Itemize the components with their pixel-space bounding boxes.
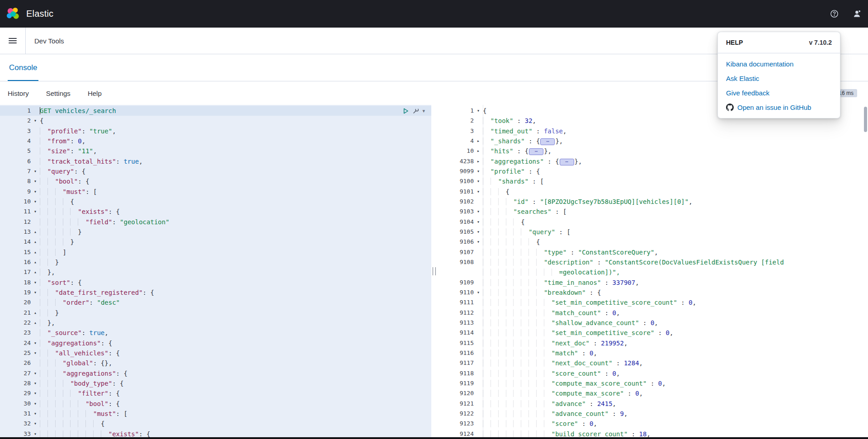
fold-widget[interactable]: ▾ <box>31 409 40 419</box>
code-line[interactable]: 18▾ "sort": { <box>0 278 431 288</box>
code-line[interactable]: 9111 "set_min_competitive_score_count" :… <box>437 297 868 307</box>
code-line[interactable]: 22▴ }, <box>0 318 431 328</box>
code-line[interactable]: 9122 "advance_count" : 9, <box>437 409 868 419</box>
code-line[interactable]: 23 "_source": true, <box>0 328 431 338</box>
fold-widget[interactable]: ▾ <box>31 348 40 358</box>
user-menu-button[interactable] <box>845 0 868 28</box>
code-line[interactable]: 9100▾ "shards" : [ <box>437 176 868 186</box>
code-line[interactable]: 6 "track_total_hits": true, <box>0 156 431 166</box>
request-editor[interactable]: ▾ 1GET vehicles/_search2▾{3 "profile": "… <box>0 105 431 437</box>
code-line[interactable]: 28▾ "body_type": { <box>0 378 431 388</box>
code-line[interactable]: 11▾ "exists": { <box>0 207 431 217</box>
fold-widget[interactable]: ▴ <box>31 308 40 318</box>
tab-console[interactable]: Console <box>8 54 38 81</box>
elastic-logo-button[interactable] <box>0 0 26 28</box>
code-line[interactable]: 9114 "set_min_competitive_score" : 0, <box>437 328 868 338</box>
code-line[interactable]: 9113 "shallow_advance_count" : 0, <box>437 318 868 328</box>
code-line[interactable]: 9120 "compute_max_score" : 0, <box>437 388 868 398</box>
code-line[interactable]: 9106▾ { <box>437 237 868 247</box>
code-line[interactable]: 17▴ }, <box>0 267 431 277</box>
fold-widget[interactable]: ▸ <box>474 156 483 166</box>
fold-widget[interactable]: ▾ <box>474 217 483 227</box>
code-line[interactable]: 31▾ "must": [ <box>0 409 431 419</box>
code-line[interactable]: 9115 "next_doc" : 219952, <box>437 338 868 348</box>
fold-widget[interactable]: ▴ <box>31 257 40 267</box>
code-line[interactable]: 15▴ ] <box>0 247 431 257</box>
code-line[interactable]: 9108 "description" : "ConstantScore(DocV… <box>437 257 868 267</box>
fold-widget[interactable]: ▾ <box>31 429 40 438</box>
code-line[interactable]: 24▾ "aggregations": { <box>0 338 431 348</box>
code-line[interactable]: 9117 "next_doc_count" : 1284, <box>437 358 868 368</box>
code-line[interactable]: 9104▾ { <box>437 217 868 227</box>
code-line[interactable]: 2▾{ <box>0 116 431 126</box>
code-line[interactable]: 9121 "advance" : 2415, <box>437 399 868 409</box>
fold-widget[interactable]: ▸ <box>474 146 483 156</box>
menu-item-settings[interactable]: Settings <box>46 90 71 97</box>
code-line[interactable]: 30▾ "bool": { <box>0 399 431 409</box>
send-request-button[interactable] <box>402 108 409 114</box>
code-line[interactable]: 21▴ } <box>0 308 431 318</box>
code-line[interactable]: 7▾ "query": { <box>0 166 431 176</box>
code-line[interactable]: 9▾ "must": [ <box>0 187 431 197</box>
fold-widget[interactable]: ▾ <box>31 419 40 429</box>
fold-widget[interactable]: ▾ <box>31 187 40 197</box>
fold-widget[interactable]: ▴ <box>31 318 40 328</box>
code-line[interactable]: 9112 "match_count" : 0, <box>437 308 868 318</box>
fold-widget[interactable]: ▾ <box>31 278 40 288</box>
fold-widget[interactable]: ▾ <box>31 399 40 409</box>
menu-item-help[interactable]: Help <box>88 90 102 97</box>
fold-widget[interactable]: ▸ <box>474 136 483 146</box>
code-line[interactable]: 14▴ } <box>0 237 431 247</box>
fold-widget[interactable]: ▴ <box>31 237 40 247</box>
code-line[interactable]: 9109 "time_in_nanos" : 337907, <box>437 278 868 288</box>
nav-menu-button[interactable] <box>0 28 26 54</box>
wrench-button[interactable] <box>412 108 419 114</box>
help-link-give-feedback[interactable]: Give feedback <box>726 89 832 97</box>
code-line[interactable]: 9105▾ "query" : [ <box>437 227 868 237</box>
code-line[interactable]: 9103▾ "searches" : [ <box>437 207 868 217</box>
code-line[interactable]: 10▸ "hits" : {⋯}, <box>437 146 868 156</box>
fold-widget[interactable]: ▾ <box>31 166 40 176</box>
code-line[interactable]: 8▾ "bool": { <box>0 176 431 186</box>
collapsed-block-badge[interactable]: ⋯ <box>529 148 543 155</box>
fold-widget[interactable]: ▾ <box>474 106 483 116</box>
fold-widget[interactable]: ▾ <box>474 166 483 176</box>
code-line[interactable]: 9116 "match" : 0, <box>437 348 868 358</box>
fold-widget[interactable]: ▴ <box>31 227 40 237</box>
code-line[interactable]: 27▾ "aggregations": { <box>0 368 431 378</box>
code-line[interactable]: 33▾ "exists": { <box>0 429 431 438</box>
fold-widget[interactable]: ▾ <box>31 288 40 297</box>
code-line[interactable]: 1GET vehicles/_search <box>0 106 431 116</box>
code-line[interactable]: 4▸ "_shards" : {⋯}, <box>437 136 868 146</box>
fold-widget[interactable]: ▾ <box>474 187 483 197</box>
code-line[interactable]: 4 "from": 0, <box>0 136 431 146</box>
fold-widget[interactable]: ▾ <box>474 237 483 247</box>
code-line[interactable]: 4238▸ "aggregations" : {⋯}, <box>437 156 868 166</box>
help-link-kibana-documentation[interactable]: Kibana documentation <box>726 60 832 68</box>
code-line[interactable]: 9123 "score" : 0, <box>437 419 868 429</box>
help-menu-button[interactable] <box>823 0 845 28</box>
code-line[interactable]: 32▾ { <box>0 419 431 429</box>
code-line[interactable]: 12 "field": "geolocation" <box>0 217 431 227</box>
fold-widget[interactable]: ▾ <box>31 207 40 217</box>
panel-resizer[interactable] <box>431 105 437 437</box>
code-line[interactable]: 9101▾ { <box>437 187 868 197</box>
code-line[interactable]: 9107 "type" : "ConstantScoreQuery", <box>437 247 868 257</box>
collapsed-block-badge[interactable]: ⋯ <box>540 138 555 145</box>
code-line[interactable]: 3 "timed_out" : false, <box>437 126 868 136</box>
help-link-github-issue[interactable]: Open an issue in GitHub <box>726 104 832 111</box>
fold-widget[interactable]: ▾ <box>474 207 483 217</box>
code-line[interactable]: 5 "size": "11", <box>0 146 431 156</box>
code-line[interactable]: 9102 "id" : "[8PZO2UgcTsey7b58u3EpUQ][ve… <box>437 197 868 207</box>
fold-widget[interactable]: ▾ <box>474 288 483 297</box>
code-line[interactable]: 9119 "compute_max_score_count" : 0, <box>437 378 868 388</box>
menu-item-history[interactable]: History <box>8 90 29 97</box>
code-line[interactable]: 9124 "build_scorer_count" : 18, <box>437 429 868 438</box>
help-link-ask-elastic[interactable]: Ask Elastic <box>726 75 832 82</box>
code-line[interactable]: 9110▾ "breakdown" : { <box>437 288 868 297</box>
caret-down-icon[interactable]: ▾ <box>422 108 425 114</box>
fold-widget[interactable]: ▾ <box>31 197 40 207</box>
code-line[interactable]: 9118 "score_count" : 0, <box>437 368 868 378</box>
code-line[interactable]: 3 "profile": "true", <box>0 126 431 136</box>
fold-widget[interactable]: ▾ <box>31 388 40 398</box>
